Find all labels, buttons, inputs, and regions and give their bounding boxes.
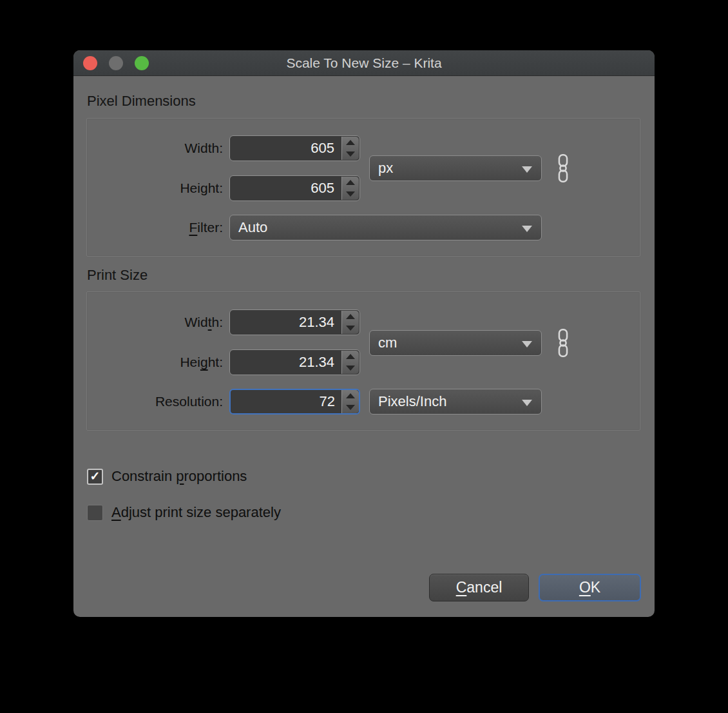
ok-button[interactable]: OK [539,574,641,601]
spin-up-button[interactable] [342,311,359,322]
resolution-label: Resolution: [87,389,223,415]
print-size-heading: Print Size [87,267,148,284]
print-size-group: Width: cm Height: Resolution: [86,291,640,431]
adjust-print-size-row: ✓ Adjust print size separately [87,504,281,521]
filter-label: Filter: [87,215,223,240]
print-height-input[interactable] [230,350,340,375]
pixel-width-spinbox [229,135,360,161]
spin-down-button[interactable] [342,402,359,413]
filter-value: Auto [238,219,267,235]
print-width-spinner [341,311,359,334]
pixel-height-spinner [341,177,359,200]
spin-down-button[interactable] [342,362,359,374]
keep-aspect-chain-icon[interactable] [555,328,571,358]
chevron-down-icon [522,400,532,406]
pixel-dimensions-heading: Pixel Dimensions [87,93,196,110]
print-unit-dropdown[interactable]: cm [369,330,542,356]
pixel-unit-value: px [378,160,393,176]
spin-up-button[interactable] [342,351,359,362]
scale-dialog-window: Scale To New Size – Krita Pixel Dimensio… [73,50,655,617]
pixel-dimensions-group: Width: Height: px Filter: [86,118,640,257]
spin-up-button[interactable] [342,177,359,188]
window-title: Scale To New Size – Krita [73,50,655,76]
spin-down-button[interactable] [342,148,359,160]
adjust-print-size-checkbox[interactable]: ✓ [87,505,103,521]
constrain-proportions-row: ✓ Constrain proportions [87,468,247,485]
spin-up-button[interactable] [342,390,359,402]
pixel-height-spinbox [229,175,360,201]
constrain-proportions-label: Constrain proportions [111,468,247,485]
resolution-spinbox [229,389,360,415]
spin-down-button[interactable] [342,188,359,200]
check-icon: ✓ [90,470,101,482]
print-width-spinbox [229,309,360,335]
print-width-label: Width: [87,309,223,335]
spin-up-button[interactable] [342,137,359,148]
print-height-spinner [341,351,359,374]
constrain-proportions-checkbox[interactable]: ✓ [87,469,103,485]
resolution-unit-dropdown[interactable]: Pixels/Inch [369,389,542,415]
resolution-input[interactable] [231,390,340,413]
resolution-unit-value: Pixels/Inch [378,393,446,409]
chevron-down-icon [522,226,532,232]
print-height-label: Height: [87,349,223,375]
spin-down-button[interactable] [342,322,359,334]
print-width-input[interactable] [230,310,340,335]
print-height-spinbox [229,349,360,375]
pixel-width-spinner [341,137,359,160]
chevron-down-icon [522,341,532,347]
pixel-unit-dropdown[interactable]: px [369,155,542,181]
filter-dropdown[interactable]: Auto [229,215,542,240]
chevron-down-icon [522,166,532,173]
pixel-height-label: Height: [87,175,223,201]
pixel-width-input[interactable] [230,136,340,161]
keep-aspect-chain-icon[interactable] [555,153,571,183]
cancel-button[interactable]: Cancel [429,574,529,601]
titlebar[interactable]: Scale To New Size – Krita [73,50,655,76]
adjust-print-size-label: Adjust print size separately [111,504,281,521]
resolution-spinner [341,390,359,413]
pixel-width-label: Width: [87,135,223,161]
pixel-height-input[interactable] [230,176,340,200]
print-unit-value: cm [378,335,397,351]
